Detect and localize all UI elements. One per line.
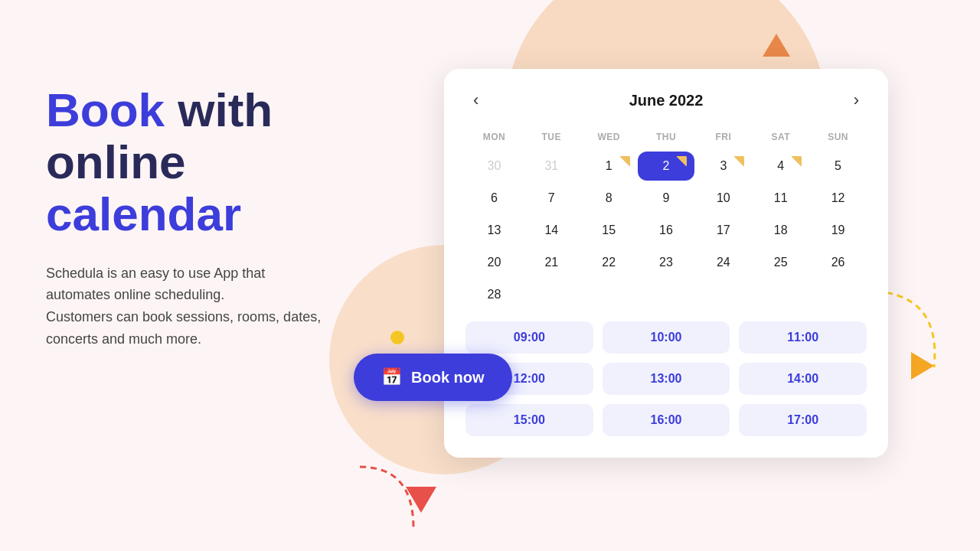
day-headers: MONTUEWEDTHUFRISATSUN <box>466 129 867 145</box>
calendar-day[interactable]: 24 <box>694 248 752 277</box>
book-now-label: Book now <box>411 369 485 386</box>
triangle-bottom-left-icon <box>406 487 436 513</box>
calendar-day[interactable]: 28 <box>466 280 523 309</box>
time-slots: 09:0010:0011:0012:0013:0014:0015:0016:00… <box>466 321 867 436</box>
calendar-day[interactable]: 3 <box>694 152 752 181</box>
time-slot-button[interactable]: 11:00 <box>739 321 867 354</box>
triangle-top-right-icon <box>763 34 790 57</box>
day-header: SUN <box>809 129 867 145</box>
calendar-day[interactable]: 10 <box>694 184 752 213</box>
calendar-day[interactable]: 16 <box>638 216 695 245</box>
calendar-day[interactable]: 7 <box>523 184 580 213</box>
calendar-check-icon: 📅 <box>381 367 402 387</box>
calendar-title: June 2022 <box>629 92 704 109</box>
time-slot-button[interactable]: 10:00 <box>603 321 730 354</box>
calendar-day[interactable]: 26 <box>809 248 867 277</box>
calendar-card: ‹ June 2022 › MONTUEWEDTHUFRISATSUN 3031… <box>444 69 888 458</box>
calendar-prev-button[interactable]: ‹ <box>466 87 486 113</box>
book-now-button[interactable]: 📅 Book now <box>354 354 512 401</box>
headline-word-with: with <box>178 83 273 136</box>
calendar-day[interactable]: 13 <box>466 216 523 245</box>
calendar-day[interactable]: 19 <box>809 216 867 245</box>
calendar-day[interactable]: 18 <box>752 216 809 245</box>
calendar-day[interactable]: 9 <box>638 184 695 213</box>
calendar-header: ‹ June 2022 › <box>466 87 867 113</box>
calendar-day[interactable]: 25 <box>752 248 809 277</box>
day-header: THU <box>638 129 695 145</box>
calendar-next-button[interactable]: › <box>846 87 867 113</box>
description-text: Schedula is an easy to use App that auto… <box>46 262 329 350</box>
day-header: WED <box>580 129 638 145</box>
time-slot-button[interactable]: 17:00 <box>739 404 867 436</box>
calendar-day[interactable]: 20 <box>466 248 523 277</box>
calendar-day[interactable]: 5 <box>809 152 867 181</box>
time-slot-button[interactable]: 16:00 <box>603 404 730 436</box>
day-header: SAT <box>752 129 809 145</box>
calendar-day[interactable]: 1 <box>580 152 638 181</box>
calendar-day[interactable]: 4 <box>752 152 809 181</box>
calendar-day[interactable]: 17 <box>694 216 752 245</box>
headline: Book with online calendar <box>46 84 368 241</box>
calendar-day[interactable]: 6 <box>466 184 523 213</box>
calendar-day[interactable]: 8 <box>580 184 638 213</box>
dot-yellow-icon <box>390 331 404 344</box>
calendar-day[interactable]: 31 <box>523 152 580 181</box>
days-grid: 3031123456789101112131415161718192021222… <box>466 152 867 309</box>
day-header: FRI <box>694 129 752 145</box>
calendar-day[interactable]: 2 <box>638 152 695 181</box>
time-slot-button[interactable]: 13:00 <box>603 363 730 395</box>
time-slot-button[interactable]: 09:00 <box>466 321 593 354</box>
calendar-day[interactable]: 14 <box>523 216 580 245</box>
day-header: TUE <box>523 129 580 145</box>
calendar-day[interactable]: 30 <box>466 152 523 181</box>
calendar-day[interactable]: 15 <box>580 216 638 245</box>
day-header: MON <box>466 129 523 145</box>
headline-word-online: online <box>46 135 186 188</box>
left-content-section: Book with online calendar Schedula is an… <box>46 84 368 350</box>
calendar-day[interactable]: 11 <box>752 184 809 213</box>
calendar-day[interactable]: 23 <box>638 248 695 277</box>
headline-word-book: Book <box>46 83 165 136</box>
headline-word-calendar: calendar <box>46 187 241 240</box>
time-slot-button[interactable]: 14:00 <box>739 363 867 395</box>
calendar-day[interactable]: 22 <box>580 248 638 277</box>
calendar-day[interactable]: 21 <box>523 248 580 277</box>
calendar-day[interactable]: 12 <box>809 184 867 213</box>
calendar-grid: MONTUEWEDTHUFRISATSUN 303112345678910111… <box>466 129 867 309</box>
time-slot-button[interactable]: 15:00 <box>466 404 593 436</box>
